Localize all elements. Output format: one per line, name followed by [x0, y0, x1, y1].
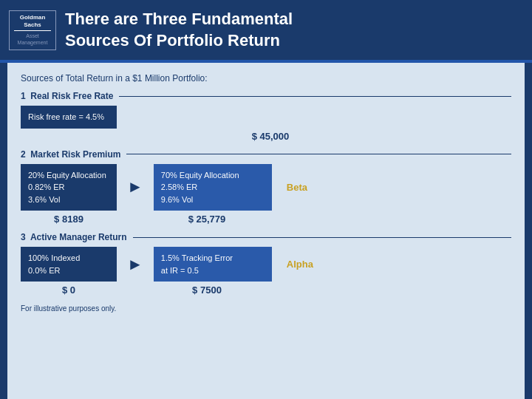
section-2-right-amount: $ 25,779: [148, 214, 266, 225]
section-2-right-box: 70% Equity Allocation 2.58% ER 9.6% Vol: [154, 164, 272, 211]
logo-sub: Asset Management: [14, 33, 51, 46]
header: Goldman Sachs Asset Management There are…: [0, 0, 532, 60]
main-content: Sources of Total Return in a $1 Million …: [7, 63, 525, 399]
section-3: 3 Active Manager Return 100% Indexed 0.0…: [21, 232, 511, 296]
section-1-title: 1 Real Risk Free Rate: [21, 91, 113, 101]
arrow-icon: ►: [127, 177, 143, 197]
section-3-right-amount: $ 7500: [148, 284, 266, 296]
logo: Goldman Sachs Asset Management: [9, 10, 56, 50]
section-3-right-box: 1.5% Tracking Error at IR = 0.5: [154, 247, 272, 282]
page-title: There are Three Fundamental Sources Of P…: [65, 9, 293, 51]
section-2-header: 2 Market Risk Premium: [21, 149, 511, 160]
section-1-line: [119, 96, 511, 97]
section-2-left-box: 20% Equity Allocation 0.82% ER 3.6% Vol: [21, 164, 117, 211]
section-2-left-amount: $ 8189: [21, 214, 117, 225]
arrow-2-icon: ►: [127, 255, 143, 274]
section-3-left-amount: $ 0: [21, 284, 117, 296]
section-2-line: [126, 154, 511, 154]
section-1: 1 Real Risk Free Rate Risk free rate = 4…: [21, 91, 511, 142]
section-2-title: 2 Market Risk Premium: [21, 149, 120, 160]
section-1-amount: $ 45,000: [30, 131, 511, 142]
section-2: 2 Market Risk Premium 20% Equity Allocat…: [21, 149, 511, 225]
section-1-box: Risk free rate = 4.5%: [21, 106, 117, 129]
section-3-title: 3 Active Manager Return: [21, 232, 127, 242]
section-3-box-row: 100% Indexed 0.0% ER ► 1.5% Tracking Err…: [21, 247, 511, 282]
section-1-header: 1 Real Risk Free Rate: [21, 91, 511, 101]
section-3-line: [133, 237, 511, 238]
section-2-box-row: 20% Equity Allocation 0.82% ER 3.6% Vol …: [21, 164, 511, 211]
footer-note: For illustrative purposes only.: [21, 304, 511, 313]
section-3-header: 3 Active Manager Return: [21, 232, 511, 242]
beta-label: Beta: [287, 182, 307, 193]
subtitle: Sources of Total Return in a $1 Million …: [21, 73, 511, 83]
alpha-label: Alpha: [287, 259, 313, 270]
section-3-left-box: 100% Indexed 0.0% ER: [21, 247, 117, 282]
logo-top: Goldman Sachs: [14, 14, 51, 30]
